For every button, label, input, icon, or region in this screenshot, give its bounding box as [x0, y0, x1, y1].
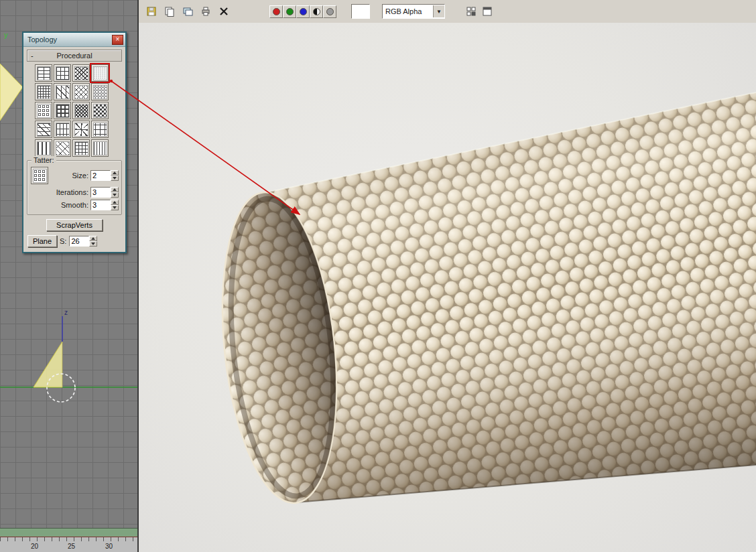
save-icon[interactable] — [144, 4, 159, 19]
topology-pattern-button-pebbles[interactable] — [35, 102, 52, 119]
size-input[interactable] — [90, 170, 111, 181]
topology-pattern-button-scales[interactable] — [91, 64, 109, 82]
bricks-pattern-icon — [37, 66, 51, 80]
topology-pattern-button-crosshatch[interactable] — [72, 102, 90, 119]
crosshatch-pattern-icon — [74, 104, 88, 118]
spinner-up-icon[interactable] — [111, 170, 119, 176]
clone-icon[interactable] — [180, 4, 195, 19]
topology-pattern-button-herringbone[interactable] — [54, 139, 71, 157]
rendered-frame-window: RGB Alpha ▼ — [139, 0, 756, 552]
blue-channel-button[interactable] — [296, 5, 310, 18]
spinner-down-icon[interactable] — [111, 205, 119, 210]
procedural-rollout-header[interactable]: - Procedural — [27, 50, 122, 62]
topology-pattern-button-steps[interactable] — [54, 121, 71, 138]
tatter-group-label: Tatter: — [32, 156, 56, 164]
vlines-pattern-icon — [93, 141, 107, 155]
topology-pattern-button-scales-dense[interactable] — [91, 83, 109, 100]
channel-display-value: RGB Alpha — [383, 7, 433, 15]
iterations-spinner — [90, 187, 119, 198]
tatter-preview-button[interactable] — [31, 167, 48, 184]
spinner-down-icon[interactable] — [111, 192, 119, 198]
delete-icon[interactable] — [216, 4, 231, 19]
layers-icon[interactable] — [464, 4, 479, 19]
topology-pattern-button-cross[interactable] — [91, 121, 109, 138]
red-channel-icon — [273, 8, 280, 15]
topology-pattern-button-diamond[interactable] — [72, 83, 90, 100]
herringbone-pattern-icon — [56, 141, 70, 155]
topology-pattern-button-offset-bricks[interactable] — [54, 64, 71, 82]
y-axis-label: y — [4, 31, 8, 39]
tatter-pattern-icon — [33, 169, 47, 183]
topology-pattern-button-weave[interactable] — [72, 64, 90, 82]
render-canvas — [139, 23, 756, 552]
topology-pattern-button-grid-fine[interactable] — [35, 83, 52, 100]
render-toolbar: RGB Alpha ▼ — [139, 0, 756, 23]
basket-pattern-icon — [56, 104, 70, 118]
mono-channel-icon — [326, 8, 334, 15]
steps-pattern-icon — [56, 123, 70, 137]
topology-pattern-button-starburst[interactable] — [72, 121, 90, 138]
rendered-cylinder-image — [139, 23, 756, 552]
window-divider — [137, 0, 139, 552]
topology-pattern-button-bricks[interactable] — [35, 64, 52, 82]
print-icon[interactable] — [198, 4, 213, 19]
time-slider-track[interactable] — [0, 528, 137, 538]
pattern-grid — [34, 64, 115, 157]
background-color-swatch[interactable] — [351, 4, 370, 19]
plane-object[interactable] — [34, 342, 62, 387]
track-bar-ruler[interactable]: 20 25 30 — [0, 537, 137, 552]
ruler-number: 20 — [31, 543, 38, 550]
dialog-bottom-row: Plane S: — [23, 235, 125, 252]
cross-pattern-icon — [93, 123, 107, 137]
rollout-label: Procedural — [56, 52, 92, 60]
scales-pattern-icon — [93, 66, 107, 80]
clone-window-icon[interactable] — [480, 4, 495, 19]
spinner-down-icon[interactable] — [89, 241, 97, 247]
columns-pattern-icon — [37, 141, 51, 155]
size-label: Size: — [72, 171, 88, 180]
mono-channel-button[interactable] — [323, 5, 336, 18]
dialog-title: Topology — [27, 36, 112, 44]
ruler-number: 25 — [68, 543, 75, 550]
size-spinner — [90, 170, 119, 181]
alpha-channel-icon — [313, 8, 320, 15]
copy-icon[interactable] — [162, 4, 177, 19]
spinner-up-icon[interactable] — [89, 236, 97, 241]
green-channel-button[interactable] — [283, 5, 296, 18]
scrapverts-button[interactable]: ScrapVerts — [46, 219, 103, 231]
offset-bricks-pattern-icon — [56, 66, 70, 80]
topology-dialog: Topology × - Procedural Tatter: Size: It… — [22, 31, 127, 253]
topology-dialog-titlebar[interactable]: Topology × — [23, 33, 125, 47]
topology-pattern-button-vlines[interactable] — [91, 139, 109, 157]
topology-pattern-button-triangle[interactable] — [35, 121, 52, 138]
topology-pattern-button-columns[interactable] — [35, 139, 52, 157]
smooth-spinner — [90, 200, 119, 210]
smooth-input[interactable] — [90, 200, 111, 210]
tatter-group: Tatter: Size: Iterations: Smooth — [27, 160, 122, 215]
spinner-up-icon[interactable] — [111, 200, 119, 205]
iterations-label: Iterations: — [56, 188, 88, 196]
topology-pattern-button-checker[interactable] — [91, 102, 109, 119]
topology-pattern-button-basket[interactable] — [54, 102, 71, 119]
blue-channel-icon — [300, 8, 307, 15]
spinner-up-icon[interactable] — [111, 187, 119, 192]
weave-pattern-icon — [74, 66, 88, 80]
mosaic-pattern-icon — [56, 85, 70, 99]
plane-button[interactable]: Plane — [27, 235, 57, 247]
topology-pattern-button-grid[interactable] — [72, 139, 90, 157]
application-window: y z 20 25 30 — [0, 0, 756, 552]
s-input[interactable] — [69, 236, 89, 247]
channel-display-dropdown[interactable]: RGB Alpha ▼ — [382, 4, 445, 19]
smooth-label: Smooth: — [61, 201, 88, 209]
topology-pattern-button-mosaic[interactable] — [54, 83, 71, 100]
spinner-down-icon[interactable] — [111, 176, 119, 181]
z-axis-label: z — [64, 309, 68, 316]
alpha-channel-button[interactable] — [310, 5, 323, 18]
s-label: S: — [60, 237, 66, 245]
close-icon[interactable]: × — [112, 35, 123, 45]
iterations-input[interactable] — [90, 187, 111, 198]
grid-pattern-icon — [74, 141, 88, 155]
red-channel-button[interactable] — [269, 5, 283, 18]
chevron-down-icon[interactable]: ▼ — [433, 5, 444, 17]
checker-pattern-icon — [93, 104, 107, 118]
